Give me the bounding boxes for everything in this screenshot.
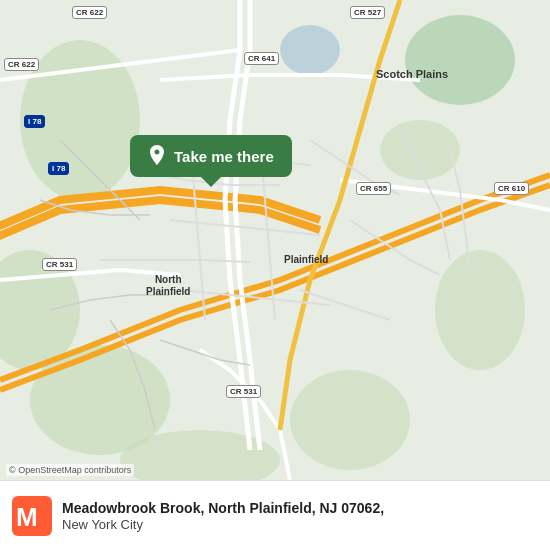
cr622-left-shield: CR 622	[4, 58, 39, 71]
cr622-top-shield: CR 622	[72, 6, 107, 19]
cr531-left-shield: CR 531	[42, 258, 77, 271]
i78-shield-1: I 78	[24, 115, 45, 128]
north-plainfield-label: NorthPlainfield	[146, 274, 190, 298]
osm-credit: © OpenStreetMap contributors	[6, 464, 134, 476]
cr527-top-shield: CR 527	[350, 6, 385, 19]
bottom-bar: M Meadowbrook Brook, North Plainfield, N…	[0, 480, 550, 550]
location-info: Meadowbrook Brook, North Plainfield, NJ …	[62, 499, 538, 532]
cr531-bottom-shield: CR 531	[226, 385, 261, 398]
location-line2: New York City	[62, 517, 538, 532]
map-container: CR 622 CR 527 US 22 CR 622 I 78 I 78 CR …	[0, 0, 550, 480]
plainfield-label: Plainfield	[284, 254, 328, 265]
scotch-plains-label: Scotch Plains	[376, 68, 448, 81]
svg-point-4	[405, 15, 515, 105]
svg-point-9	[280, 25, 340, 75]
cr610-shield: CR 610	[494, 182, 529, 195]
svg-point-7	[290, 370, 410, 470]
svg-text:M: M	[16, 502, 38, 532]
moovit-logo: M	[12, 496, 52, 536]
location-line1: Meadowbrook Brook, North Plainfield, NJ …	[62, 499, 538, 517]
pin-icon	[148, 145, 166, 167]
cr641-shield: CR 641	[244, 52, 279, 65]
take-me-there-popup[interactable]: Take me there	[130, 135, 292, 177]
cr655-shield: CR 655	[356, 182, 391, 195]
svg-point-6	[435, 250, 525, 370]
i78-shield-2: I 78	[48, 162, 69, 175]
